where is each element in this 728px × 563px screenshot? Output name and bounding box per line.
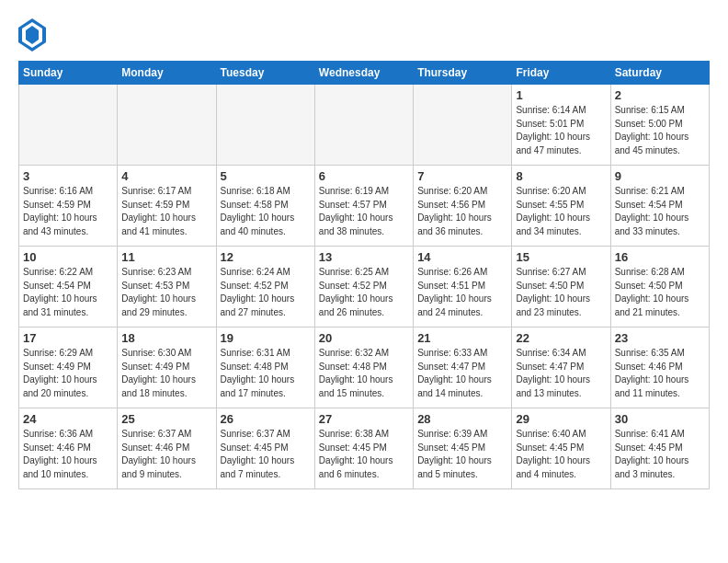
calendar-day-cell: 25Sunrise: 6:37 AM Sunset: 4:46 PM Dayli…: [118, 408, 216, 489]
calendar-day-cell: 7Sunrise: 6:20 AM Sunset: 4:56 PM Daylig…: [414, 166, 512, 247]
calendar-day-cell: 1Sunrise: 6:14 AM Sunset: 5:01 PM Daylig…: [512, 85, 610, 166]
calendar-day-cell: 21Sunrise: 6:33 AM Sunset: 4:47 PM Dayli…: [414, 327, 512, 408]
day-number: 3: [23, 169, 113, 183]
day-number: 7: [417, 169, 507, 183]
day-number: 20: [319, 331, 409, 345]
calendar-day-cell: 29Sunrise: 6:40 AM Sunset: 4:45 PM Dayli…: [512, 408, 610, 489]
day-number: 17: [23, 331, 113, 345]
day-info: Sunrise: 6:37 AM Sunset: 4:45 PM Dayligh…: [221, 428, 311, 481]
calendar-day-cell: 26Sunrise: 6:37 AM Sunset: 4:45 PM Dayli…: [216, 408, 314, 489]
day-number: 29: [516, 412, 606, 426]
weekday-header-row: SundayMondayTuesdayWednesdayThursdayFrid…: [19, 62, 710, 85]
day-info: Sunrise: 6:15 AM Sunset: 5:00 PM Dayligh…: [615, 104, 705, 157]
calendar-day-cell: 6Sunrise: 6:19 AM Sunset: 4:57 PM Daylig…: [314, 166, 413, 247]
logo-icon: [18, 18, 46, 52]
day-number: 28: [417, 412, 507, 426]
day-number: 1: [516, 88, 606, 102]
day-number: 10: [23, 250, 113, 264]
calendar-week-row: 3Sunrise: 6:16 AM Sunset: 4:59 PM Daylig…: [19, 166, 710, 247]
calendar-day-cell: 17Sunrise: 6:29 AM Sunset: 4:49 PM Dayli…: [19, 327, 118, 408]
day-number: 16: [615, 250, 705, 264]
calendar-day-cell: 3Sunrise: 6:16 AM Sunset: 4:59 PM Daylig…: [19, 166, 118, 247]
calendar-day-cell: [414, 85, 512, 166]
day-info: Sunrise: 6:28 AM Sunset: 4:50 PM Dayligh…: [615, 266, 705, 319]
day-number: 13: [319, 250, 409, 264]
day-number: 5: [221, 169, 311, 183]
calendar-day-cell: 11Sunrise: 6:23 AM Sunset: 4:53 PM Dayli…: [118, 247, 216, 327]
day-info: Sunrise: 6:31 AM Sunset: 4:48 PM Dayligh…: [221, 347, 311, 400]
calendar-day-cell: 9Sunrise: 6:21 AM Sunset: 4:54 PM Daylig…: [610, 166, 709, 247]
day-info: Sunrise: 6:25 AM Sunset: 4:52 PM Dayligh…: [319, 266, 409, 319]
day-info: Sunrise: 6:21 AM Sunset: 4:54 PM Dayligh…: [615, 185, 705, 238]
day-info: Sunrise: 6:22 AM Sunset: 4:54 PM Dayligh…: [23, 266, 113, 319]
calendar-day-cell: 13Sunrise: 6:25 AM Sunset: 4:52 PM Dayli…: [314, 247, 413, 327]
day-number: 8: [516, 169, 606, 183]
calendar-day-cell: 28Sunrise: 6:39 AM Sunset: 4:45 PM Dayli…: [414, 408, 512, 489]
day-info: Sunrise: 6:34 AM Sunset: 4:47 PM Dayligh…: [516, 347, 606, 400]
logo: [18, 18, 48, 52]
calendar-day-cell: 2Sunrise: 6:15 AM Sunset: 5:00 PM Daylig…: [610, 85, 709, 166]
day-info: Sunrise: 6:20 AM Sunset: 4:55 PM Dayligh…: [516, 185, 606, 238]
day-number: 24: [23, 412, 113, 426]
calendar-day-cell: 8Sunrise: 6:20 AM Sunset: 4:55 PM Daylig…: [512, 166, 610, 247]
day-info: Sunrise: 6:41 AM Sunset: 4:45 PM Dayligh…: [615, 428, 705, 481]
day-info: Sunrise: 6:18 AM Sunset: 4:58 PM Dayligh…: [221, 185, 311, 238]
weekday-header-cell: Monday: [118, 62, 216, 85]
calendar-day-cell: 30Sunrise: 6:41 AM Sunset: 4:45 PM Dayli…: [610, 408, 709, 489]
calendar-day-cell: 15Sunrise: 6:27 AM Sunset: 4:50 PM Dayli…: [512, 247, 610, 327]
day-number: 30: [615, 412, 705, 426]
calendar-day-cell: 14Sunrise: 6:26 AM Sunset: 4:51 PM Dayli…: [414, 247, 512, 327]
calendar-day-cell: 12Sunrise: 6:24 AM Sunset: 4:52 PM Dayli…: [216, 247, 314, 327]
calendar-day-cell: 4Sunrise: 6:17 AM Sunset: 4:59 PM Daylig…: [118, 166, 216, 247]
calendar-day-cell: 10Sunrise: 6:22 AM Sunset: 4:54 PM Dayli…: [19, 247, 118, 327]
day-info: Sunrise: 6:39 AM Sunset: 4:45 PM Dayligh…: [417, 428, 507, 481]
day-number: 12: [221, 250, 311, 264]
weekday-header-cell: Saturday: [610, 62, 709, 85]
day-info: Sunrise: 6:26 AM Sunset: 4:51 PM Dayligh…: [417, 266, 507, 319]
day-number: 6: [319, 169, 409, 183]
calendar-day-cell: 5Sunrise: 6:18 AM Sunset: 4:58 PM Daylig…: [216, 166, 314, 247]
day-info: Sunrise: 6:14 AM Sunset: 5:01 PM Dayligh…: [516, 104, 606, 157]
day-info: Sunrise: 6:20 AM Sunset: 4:56 PM Dayligh…: [417, 185, 507, 238]
day-number: 22: [516, 331, 606, 345]
weekday-header-cell: Friday: [512, 62, 610, 85]
calendar-day-cell: [118, 85, 216, 166]
day-info: Sunrise: 6:37 AM Sunset: 4:46 PM Dayligh…: [121, 428, 211, 481]
calendar-day-cell: 16Sunrise: 6:28 AM Sunset: 4:50 PM Dayli…: [610, 247, 709, 327]
day-number: 19: [221, 331, 311, 345]
day-info: Sunrise: 6:27 AM Sunset: 4:50 PM Dayligh…: [516, 266, 606, 319]
day-info: Sunrise: 6:24 AM Sunset: 4:52 PM Dayligh…: [221, 266, 311, 319]
day-info: Sunrise: 6:30 AM Sunset: 4:49 PM Dayligh…: [121, 347, 211, 400]
day-number: 4: [121, 169, 211, 183]
calendar-day-cell: 20Sunrise: 6:32 AM Sunset: 4:48 PM Dayli…: [314, 327, 413, 408]
calendar-day-cell: 24Sunrise: 6:36 AM Sunset: 4:46 PM Dayli…: [19, 408, 118, 489]
calendar-day-cell: 27Sunrise: 6:38 AM Sunset: 4:45 PM Dayli…: [314, 408, 413, 489]
day-info: Sunrise: 6:19 AM Sunset: 4:57 PM Dayligh…: [319, 185, 409, 238]
calendar-week-row: 17Sunrise: 6:29 AM Sunset: 4:49 PM Dayli…: [19, 327, 710, 408]
calendar-week-row: 10Sunrise: 6:22 AM Sunset: 4:54 PM Dayli…: [19, 247, 710, 327]
calendar-week-row: 1Sunrise: 6:14 AM Sunset: 5:01 PM Daylig…: [19, 85, 710, 166]
calendar-day-cell: 23Sunrise: 6:35 AM Sunset: 4:46 PM Dayli…: [610, 327, 709, 408]
weekday-header-cell: Sunday: [19, 62, 118, 85]
day-info: Sunrise: 6:36 AM Sunset: 4:46 PM Dayligh…: [23, 428, 113, 481]
day-number: 21: [417, 331, 507, 345]
day-info: Sunrise: 6:38 AM Sunset: 4:45 PM Dayligh…: [319, 428, 409, 481]
day-number: 11: [121, 250, 211, 264]
day-info: Sunrise: 6:35 AM Sunset: 4:46 PM Dayligh…: [615, 347, 705, 400]
day-info: Sunrise: 6:23 AM Sunset: 4:53 PM Dayligh…: [121, 266, 211, 319]
calendar-table: SundayMondayTuesdayWednesdayThursdayFrid…: [18, 61, 710, 489]
calendar-day-cell: [216, 85, 314, 166]
day-info: Sunrise: 6:32 AM Sunset: 4:48 PM Dayligh…: [319, 347, 409, 400]
day-number: 23: [615, 331, 705, 345]
weekday-header-cell: Wednesday: [314, 62, 413, 85]
page-header: [18, 18, 710, 52]
day-number: 26: [221, 412, 311, 426]
day-number: 2: [615, 88, 705, 102]
calendar-day-cell: [19, 85, 118, 166]
day-number: 27: [319, 412, 409, 426]
calendar-week-row: 24Sunrise: 6:36 AM Sunset: 4:46 PM Dayli…: [19, 408, 710, 489]
day-info: Sunrise: 6:17 AM Sunset: 4:59 PM Dayligh…: [121, 185, 211, 238]
day-number: 9: [615, 169, 705, 183]
weekday-header-cell: Thursday: [414, 62, 512, 85]
weekday-header-cell: Tuesday: [216, 62, 314, 85]
